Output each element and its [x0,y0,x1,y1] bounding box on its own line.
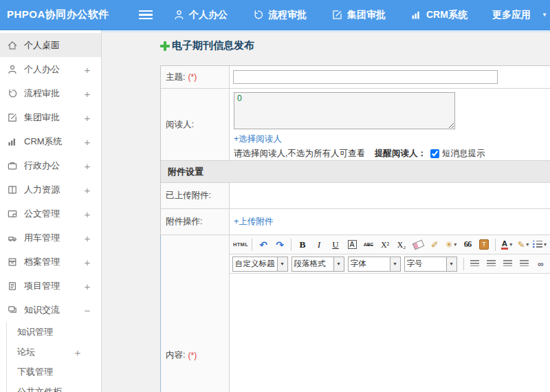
notebook-icon [7,281,18,292]
toolbar-separator [252,239,252,251]
chart-icon [410,9,422,21]
font-family-select[interactable]: 字体▾ [348,257,401,272]
editor-content-area[interactable] [230,274,550,392]
expand-plus-icon[interactable]: + [83,256,91,268]
nav-more-apps[interactable]: 更多应用▼ [492,9,547,21]
add-plus-icon [160,41,170,51]
sidebar-item-document-mgmt[interactable]: 公文管理+ [0,202,101,226]
italic-button[interactable]: I [311,237,327,252]
history-icon [252,9,264,21]
blockquote-button[interactable]: 66 [460,237,475,252]
font-size-select[interactable]: 字号▾ [404,257,457,272]
caret-down-icon: ▾ [446,257,456,271]
expand-plus-icon[interactable]: + [83,184,91,195]
uploaded-attachments-row: 已上传附件: [161,183,550,209]
required-mark: (*) [188,351,197,360]
expand-plus-icon[interactable]: + [83,87,91,99]
readers-hint: 请选择阅读人,不选为所有人可查看 [234,148,365,160]
sidebar-item-project-mgmt[interactable]: 项目管理+ [0,274,101,298]
book-icon [7,184,18,195]
text-style-button[interactable]: A [344,237,360,252]
ordered-list-button[interactable]: ▾ [532,237,547,252]
superscript-button[interactable]: X² [377,237,393,252]
subscript-button[interactable]: X₂ [394,237,409,252]
attachment-action-row: 附件操作: +上传附件 [161,209,550,235]
nav-group-approval[interactable]: 集团审批 [331,9,386,21]
sms-checkbox[interactable] [430,149,439,158]
sidebar-item-crm-system[interactable]: CRM系统+ [0,129,101,153]
user-icon [7,64,18,75]
chat-icon [7,305,18,316]
custom-title-select[interactable]: 自定义标题▾ [232,257,288,272]
sidebar-item-workflow-approval[interactable]: 流程审批+ [0,81,101,105]
publish-form: 主题: (*) 阅读人: 0 +选择阅读人 请选择阅读人,不选为所有人可查看 提… [160,65,550,392]
nav-workflow-approval[interactable]: 流程审批 [252,9,307,21]
toolbar-separator [495,239,496,251]
sidebar-item-archive-mgmt[interactable]: 档案管理+ [0,250,101,274]
format-brush-icon[interactable]: ✐ [427,237,442,252]
expand-plus-icon[interactable]: + [83,280,91,292]
rich-text-editor: HTML↶↷BIUAABCX²X₂✐✳▾66TA▾✎▾▾ 自定义标题▾段落格式▾… [230,235,550,392]
editor-toolbar-row2: 自定义标题▾段落格式▾字体▾字号▾∞∞ [230,254,550,274]
attachment-section-header: 附件设置 [161,161,550,183]
expand-plus-icon[interactable]: + [83,63,91,75]
app-logo: PHPOA协同办公软件 [0,8,139,21]
user-icon [173,9,185,21]
toolbar-separator [291,239,292,251]
collapse-minus-icon[interactable]: − [83,304,91,316]
highlight-color-button[interactable]: ✎▾ [516,237,531,252]
sidebar-item-group-approval[interactable]: 集团审批+ [0,105,101,129]
expand-plus-icon[interactable]: + [83,135,91,147]
align-left-button[interactable] [468,257,483,271]
readers-textarea[interactable]: 0 [234,92,455,129]
readers-hint-row: 请选择阅读人,不选为所有人可查看 提醒阅读人： 短消息提示 [234,148,550,160]
strikethrough-button[interactable]: ABC [361,237,376,252]
expand-plus-icon[interactable]: + [74,346,82,358]
underline-button[interactable]: U [328,237,343,252]
expand-plus-icon[interactable]: + [83,208,91,219]
undo-icon[interactable]: ↶ [256,237,271,252]
main-content: 电子期刊信息发布 主题: (*) 阅读人: 0 +选择阅读人 请选择阅读人,不 [102,30,550,392]
font-color-button[interactable]: A▾ [499,237,514,252]
expand-plus-icon[interactable]: + [83,160,91,171]
select-readers-link[interactable]: +选择阅读人 [234,133,282,145]
nav-personal-office[interactable]: 个人办公 [173,9,228,21]
sidebar-item-download-mgmt[interactable]: 下载管理 [7,362,101,382]
sidebar-item-personal-desktop[interactable]: 个人桌面 [0,33,101,57]
sidebar-item-vehicle-mgmt[interactable]: 用车管理+ [0,226,101,250]
sidebar-item-knowledge-exchange[interactable]: 知识交流− [0,298,101,322]
subject-input[interactable] [233,70,498,84]
caret-down-icon: ▾ [390,257,400,271]
align-right-button[interactable] [500,257,516,271]
paste-text-icon[interactable]: T [476,237,492,252]
car-icon [7,232,18,243]
sidebar-item-personal-office[interactable]: 个人办公+ [0,57,101,81]
align-center-button[interactable] [484,257,499,271]
uploaded-attachments-value [230,183,550,208]
caret-down-icon: ▾ [509,241,512,248]
html-source-button[interactable]: HTML [233,237,248,252]
expand-plus-icon[interactable]: + [83,232,91,243]
caret-down-icon: ▼ [542,12,547,18]
menu-toggle-icon[interactable] [139,10,153,19]
link-button[interactable]: ∞ [534,257,549,271]
app-header: PHPOA协同办公软件 个人办公流程审批集团审批CRM系统更多应用▼ [0,0,550,30]
eraser-icon[interactable] [410,237,426,252]
uploaded-attachments-label: 已上传附件: [161,183,230,208]
align-justify-button[interactable] [517,257,532,271]
sidebar-item-public-file-cabinet[interactable]: 公共文件柜 [7,382,101,392]
chart-icon [7,136,18,147]
expand-plus-icon[interactable]: + [83,111,91,123]
paragraph-format-select[interactable]: 段落格式▾ [292,257,344,272]
bold-button[interactable]: B [295,237,310,252]
nav-crm-system[interactable]: CRM系统 [410,9,468,21]
sidebar-item-admin-office[interactable]: 行政办公+ [0,153,101,177]
sidebar-item-knowledge-mgmt[interactable]: 知识管理 [7,322,101,342]
subject-label: 主题: (*) [161,66,230,88]
upload-attachment-link[interactable]: +上传附件 [234,216,273,228]
sidebar-item-forum[interactable]: 论坛+ [7,342,101,362]
autotypeset-icon[interactable]: ✳▾ [443,237,459,252]
redo-icon[interactable]: ↷ [272,237,287,252]
sidebar-item-human-resources[interactable]: 人力资源+ [0,177,101,202]
caret-down-icon: ▾ [333,257,344,271]
